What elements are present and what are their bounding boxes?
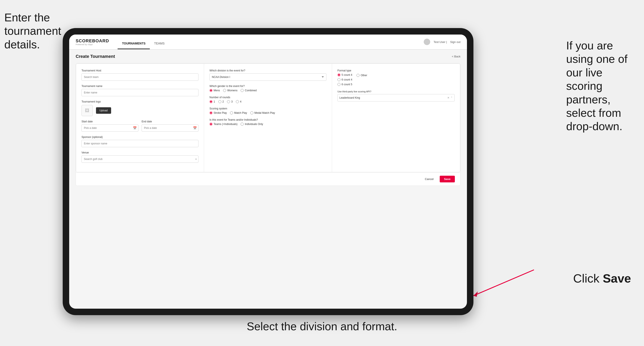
svg-marker-7 [474,291,478,297]
form-column-3: Format type 5 count 4 6 count 4 [332,64,460,172]
tablet-screen: SCOREBOARD Powered by clippi TOURNAMENTS… [69,34,467,309]
form-card: Tournament Host Tournament name Tourname… [76,63,460,186]
live-scoring-input-row[interactable]: Leaderboard King ✕ ⌃ [338,94,455,101]
back-link[interactable]: Back [452,55,460,58]
rounds-1[interactable]: 1 [210,100,215,103]
form-column-2: Which division is the event for? NCAA Di… [204,64,332,172]
teams-group: Is this event for Teams and/or Individua… [210,118,326,126]
venue-chevron-icon: ▾ [196,158,197,161]
live-scoring-label: Use third-party live scoring API? [338,90,455,93]
gender-group: Which gender is the event for? Mens Wome… [210,85,326,92]
navbar: SCOREBOARD Powered by clippi TOURNAMENTS… [69,34,467,50]
gender-label: Which gender is the event for? [210,85,326,88]
live-scoring-actions: ✕ ⌃ [447,96,453,99]
form-column-1: Tournament Host Tournament name Tourname… [76,64,204,172]
navbar-signout[interactable]: Sign out [450,40,460,44]
format-6count5[interactable]: 6 count 5 [338,83,352,86]
format-type-label: Format type [338,69,455,72]
rounds-radio-group: 1 2 3 4 [210,100,326,103]
format-other[interactable]: Other [356,74,367,77]
tournament-name-input[interactable] [82,89,198,96]
annotation-bottomright: Click Save [573,271,631,286]
format-5count4[interactable]: 5 count 4 [338,73,352,76]
format-type-group: Format type 5 count 4 6 count 4 [338,69,455,86]
app-container: SCOREBOARD Powered by clippi TOURNAMENTS… [69,34,467,309]
rounds-group: Number of rounds 1 2 3 [210,96,326,103]
end-date-group: End date 📅 [142,120,198,132]
live-scoring-value: Leaderboard King [340,96,447,99]
tournament-host-input[interactable] [82,73,198,81]
format-6count4[interactable]: 6 count 4 [338,78,352,81]
sponsor-input[interactable] [82,140,198,147]
form-footer: Cancel Save [76,172,460,186]
end-date-wrapper: 📅 [142,124,198,132]
scoring-radio-group: Stroke Play Match Play Medal Match Play [210,111,326,114]
scoring-stroke[interactable]: Stroke Play [210,111,227,114]
cancel-button[interactable]: Cancel [421,176,437,182]
venue-label: Venue [82,151,198,154]
annotation-topright: If you are using one of our live scoring… [566,39,640,133]
form-grid: Tournament Host Tournament name Tourname… [76,63,460,172]
tournament-name-label: Tournament name [82,85,198,88]
sponsor-group: Sponsor (optional) [82,136,198,147]
scoring-medal-match[interactable]: Medal Match Play [250,111,275,114]
rounds-2[interactable]: 2 [218,100,224,103]
tournament-logo-group: Tournament logo 🖼 Upload [82,100,198,116]
navbar-logo-title: SCOREBOARD [76,38,109,43]
tablet-frame: SCOREBOARD Powered by clippi TOURNAMENTS… [63,28,474,315]
rounds-4[interactable]: 4 [236,100,242,103]
division-group: Which division is the event for? NCAA Di… [210,69,326,81]
gender-womens[interactable]: Womens [223,89,237,92]
scoring-label: Scoring system [210,107,326,110]
start-date-label: Start date [82,120,138,123]
logo-placeholder: 🖼 [82,105,93,116]
date-row-group: Start date 📅 End date [82,120,198,132]
navbar-avatar [424,39,430,45]
teams-plus-individuals[interactable]: Teams (+Individuals) [210,123,237,126]
rounds-3[interactable]: 3 [227,100,232,103]
start-date-input[interactable] [82,124,138,132]
tournament-host-label: Tournament Host [82,69,198,72]
content-area: Create Tournament Back Tournament Host [69,50,467,309]
format-type-options: 5 count 4 6 count 4 6 count 5 [338,73,455,86]
tab-teams[interactable]: TEAMS [150,34,169,49]
end-date-input[interactable] [142,124,198,132]
gender-mens[interactable]: Mens [210,89,220,92]
navbar-tabs: TOURNAMENTS TEAMS [118,34,169,49]
tournament-host-group: Tournament Host [82,69,198,81]
page-header: Create Tournament Back [76,54,460,59]
live-scoring-chevron[interactable]: ⌃ [450,96,453,99]
sponsor-label: Sponsor (optional) [82,136,198,139]
venue-group: Venue ▾ [82,151,198,163]
tournament-name-group: Tournament name [82,85,198,96]
svg-line-6 [474,270,534,296]
live-scoring-clear[interactable]: ✕ [447,96,450,99]
gender-radio-group: Mens Womens Combined [210,89,326,92]
upload-button[interactable]: Upload [96,107,111,114]
annotation-topleft: Enter the tournament details. [4,11,65,51]
start-date-wrapper: 📅 [82,124,138,132]
image-icon: 🖼 [85,108,89,113]
live-scoring-group: Use third-party live scoring API? Leader… [338,90,455,101]
save-button[interactable]: Save [440,176,455,182]
venue-select-wrapper: ▾ [82,156,198,163]
navbar-user-label: Test User | [434,40,447,44]
scoring-match[interactable]: Match Play [230,111,247,114]
navbar-logo: SCOREBOARD Powered by clippi [76,38,109,45]
teams-individuals-only[interactable]: Individuals Only [240,123,263,126]
format-left-col: 5 count 4 6 count 4 6 count 5 [338,73,352,86]
start-date-group: Start date 📅 [82,120,138,132]
tournament-logo-label: Tournament logo [82,100,198,103]
end-date-label: End date [142,120,198,123]
division-select[interactable]: NCAA Division I [210,73,326,81]
page-title: Create Tournament [76,54,115,59]
annotation-bottomcenter: Select the division and format. [247,320,397,333]
format-other-col: Other [356,74,367,77]
gender-combined[interactable]: Combined [240,89,256,92]
tab-tournaments[interactable]: TOURNAMENTS [118,34,150,49]
logo-upload-area: 🖼 Upload [82,105,198,116]
scoring-group: Scoring system Stroke Play Match Play [210,107,326,114]
venue-input[interactable] [82,156,198,163]
navbar-logo-sub: Powered by clippi [76,43,109,45]
teams-label: Is this event for Teams and/or Individua… [210,118,326,121]
